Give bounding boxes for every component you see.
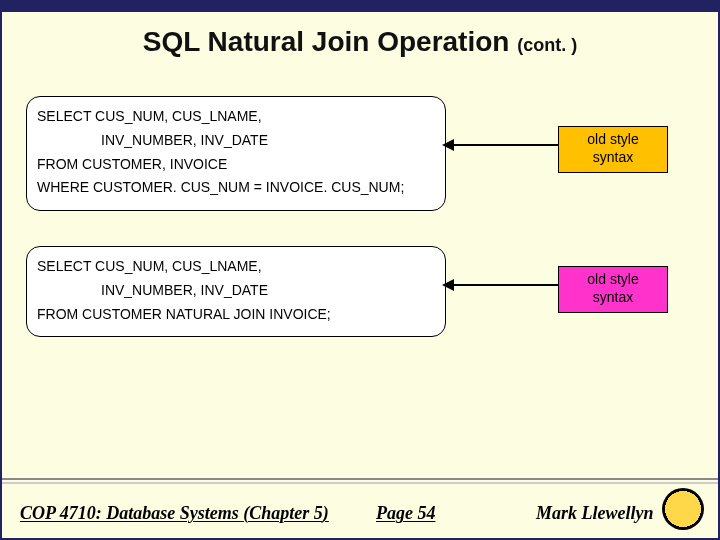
old-style-label-2: old style syntax	[558, 266, 668, 313]
arrow-1-head	[442, 139, 454, 151]
code-line: FROM CUSTOMER, INVOICE	[37, 153, 435, 177]
code-line: SELECT CUS_NUM, CUS_LNAME,	[37, 105, 435, 129]
arrow-2	[452, 284, 558, 286]
arrow-2-head	[442, 279, 454, 291]
code-line: INV_NUMBER, INV_DATE	[37, 129, 268, 153]
code-line: WHERE CUSTOMER. CUS_NUM = INVOICE. CUS_N…	[37, 176, 435, 200]
footer-author: Mark Llewellyn	[536, 503, 654, 524]
footer: COP 4710: Database Systems (Chapter 5) P…	[2, 486, 718, 540]
label-line: syntax	[593, 149, 633, 165]
title-main: SQL Natural Join Operation	[143, 26, 517, 57]
code-line: SELECT CUS_NUM, CUS_LNAME,	[37, 255, 435, 279]
arrow-1	[452, 144, 558, 146]
sql-old-style-box: SELECT CUS_NUM, CUS_LNAME, INV_NUMBER, I…	[26, 96, 446, 211]
footer-separator	[2, 478, 718, 484]
ucf-logo	[662, 488, 704, 530]
footer-course: COP 4710: Database Systems (Chapter 5)	[20, 503, 329, 524]
code-line: INV_NUMBER, INV_DATE	[37, 279, 268, 303]
slide: SQL Natural Join Operation (cont. ) SELE…	[0, 0, 720, 540]
label-line: old style	[587, 271, 638, 287]
old-style-label-1: old style syntax	[558, 126, 668, 173]
code-line: FROM CUSTOMER NATURAL JOIN INVOICE;	[37, 303, 435, 327]
slide-title: SQL Natural Join Operation (cont. )	[2, 26, 718, 58]
top-bar	[2, 2, 718, 12]
sql-natural-join-box: SELECT CUS_NUM, CUS_LNAME, INV_NUMBER, I…	[26, 246, 446, 337]
title-cont: (cont. )	[517, 35, 577, 55]
label-line: old style	[587, 131, 638, 147]
ucf-logo-inner	[668, 494, 698, 524]
footer-page: Page 54	[376, 503, 435, 524]
label-line: syntax	[593, 289, 633, 305]
